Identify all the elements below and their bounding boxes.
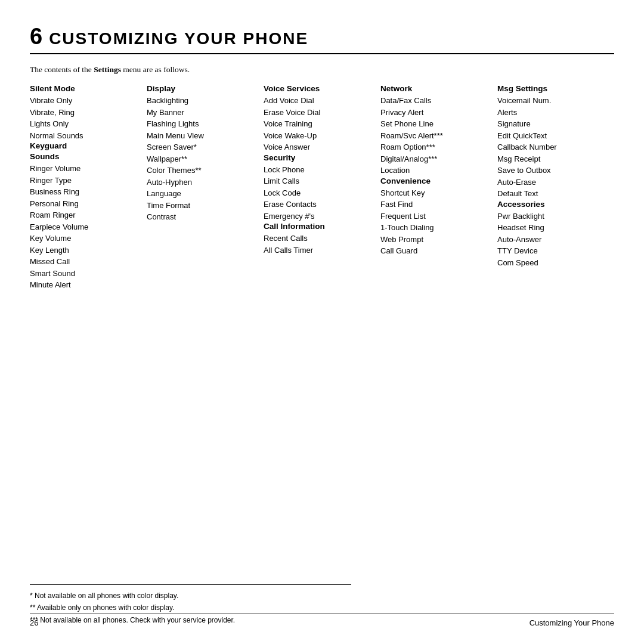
intro-paragraph: The contents of the Settings menu are as…	[30, 65, 614, 75]
item-time-format: Time Format	[147, 200, 258, 212]
item-lock-code: Lock Code	[264, 187, 374, 199]
footnote-1: * Not available on all phones with color…	[30, 590, 614, 602]
intro-bold: Settings	[94, 65, 121, 74]
item-roam-option: Roam Option***	[380, 141, 491, 153]
item-auto-answer: Auto-Answer	[497, 234, 608, 246]
item-frequent-list: Frequent List	[380, 210, 491, 222]
item-language: Language	[147, 188, 258, 200]
item-ringer-volume: Ringer Volume	[30, 163, 141, 175]
item-fast-find: Fast Find	[380, 199, 491, 210]
section-sounds: Sounds Ringer Volume Ringer Type Busines…	[30, 152, 141, 291]
item-set-phone-line: Set Phone Line	[380, 118, 491, 130]
chapter-header: 6Customizing Your Phone	[30, 24, 614, 65]
item-add-voice-dial: Add Voice Dial	[264, 95, 374, 107]
item-key-volume: Key Volume	[30, 233, 141, 244]
item-main-menu-view: Main Menu View	[147, 130, 258, 142]
item-1-touch-dialing: 1-Touch Dialing	[380, 222, 491, 234]
item-ringer-type: Ringer Type	[30, 175, 141, 187]
item-wallpaper: Wallpaper**	[147, 153, 258, 165]
item-minute-alert: Minute Alert	[30, 279, 141, 291]
section-silent-mode: Silent Mode Vibrate Only Vibrate, Ring L…	[30, 84, 141, 141]
item-backlighting: Backlighting	[147, 95, 258, 107]
page-footer: 26 Customizing Your Phone	[30, 618, 614, 627]
item-key-length: Key Length	[30, 244, 141, 256]
item-save-to-outbox: Save to Outbox	[497, 165, 608, 177]
item-color-themes: Color Themes**	[147, 165, 258, 177]
item-callback-number: Callback Number	[497, 141, 608, 153]
item-data-fax-calls: Data/Fax Calls	[380, 95, 491, 107]
section-convenience: Convenience Shortcut Key Fast Find Frequ…	[380, 177, 491, 257]
column-voice-security: Voice Services Add Voice Dial Erase Voic…	[264, 84, 380, 577]
section-call-information: Call Information Recent Calls All Calls …	[264, 222, 374, 256]
item-tty-device: TTY Device	[497, 245, 608, 257]
item-auto-hyphen: Auto-Hyphen	[147, 177, 258, 188]
footer-rule	[30, 614, 614, 614]
item-headset-ring: Headset Ring	[497, 222, 608, 234]
intro-before: The contents of the	[30, 65, 94, 74]
section-msg-settings: Msg Settings Voicemail Num. Alerts Signa…	[497, 84, 608, 200]
bottom-rule	[30, 584, 351, 585]
section-display: Display Backlighting My Banner Flashing …	[147, 84, 258, 223]
section-voice-services: Voice Services Add Voice Dial Erase Voic…	[264, 84, 374, 153]
item-flashing-lights: Flashing Lights	[147, 118, 258, 130]
heading-silent-mode: Silent Mode	[30, 84, 141, 93]
item-earpiece-volume: Earpiece Volume	[30, 221, 141, 233]
chapter-title-text: Customizing Your Phone	[49, 29, 308, 48]
item-emergency-numbers: Emergency #'s	[264, 210, 374, 222]
item-all-calls-timer: All Calls Timer	[264, 244, 374, 256]
top-rule	[30, 53, 614, 54]
heading-display: Display	[147, 84, 258, 93]
section-keyguard: Keyguard	[30, 141, 141, 150]
item-recent-calls: Recent Calls	[264, 233, 374, 244]
section-security: Security Lock Phone Limit Calls Lock Cod…	[264, 153, 374, 222]
heading-msg-settings: Msg Settings	[497, 84, 608, 93]
item-voicemail-num: Voicemail Num.	[497, 95, 608, 107]
item-digital-analog: Digital/Analog***	[380, 153, 491, 165]
item-personal-ring: Personal Ring	[30, 198, 141, 210]
chapter-title: 6Customizing Your Phone	[30, 24, 614, 49]
item-auto-erase: Auto-Erase	[497, 177, 608, 188]
item-vibrate-ring: Vibrate, Ring	[30, 107, 141, 119]
item-smart-sound: Smart Sound	[30, 268, 141, 280]
heading-accessories: Accessories	[497, 200, 608, 209]
item-my-banner: My Banner	[147, 107, 258, 119]
item-voice-answer: Voice Answer	[264, 141, 374, 153]
settings-columns: Silent Mode Vibrate Only Vibrate, Ring L…	[30, 84, 614, 577]
intro-after: menu are as follows.	[121, 65, 190, 74]
item-erase-voice-dial: Erase Voice Dial	[264, 107, 374, 119]
column-display: Display Backlighting My Banner Flashing …	[147, 84, 264, 577]
item-default-text: Default Text	[497, 188, 608, 200]
item-roam-svc-alert: Roam/Svc Alert***	[380, 130, 491, 142]
item-business-ring: Business Ring	[30, 186, 141, 198]
item-voice-training: Voice Training	[264, 118, 374, 130]
item-msg-receipt: Msg Receipt	[497, 153, 608, 165]
item-limit-calls: Limit Calls	[264, 175, 374, 187]
item-pwr-backlight: Pwr Backlight	[497, 210, 608, 222]
item-privacy-alert: Privacy Alert	[380, 107, 491, 119]
section-accessories: Accessories Pwr Backlight Headset Ring A…	[497, 200, 608, 269]
item-roam-ringer: Roam Ringer	[30, 209, 141, 221]
column-network-convenience: Network Data/Fax Calls Privacy Alert Set…	[380, 84, 497, 577]
footer-label: Customizing Your Phone	[530, 618, 614, 627]
heading-keyguard: Keyguard	[30, 141, 141, 150]
item-lights-only: Lights Only	[30, 118, 141, 130]
item-web-prompt: Web Prompt	[380, 234, 491, 246]
column-msg-accessories: Msg Settings Voicemail Num. Alerts Signa…	[497, 84, 614, 577]
heading-call-information: Call Information	[264, 222, 374, 231]
column-silent-sounds: Silent Mode Vibrate Only Vibrate, Ring L…	[30, 84, 147, 577]
page: 6Customizing Your Phone The contents of …	[0, 0, 644, 644]
item-missed-call: Missed Call	[30, 256, 141, 268]
item-call-guard: Call Guard	[380, 245, 491, 257]
item-shortcut-key: Shortcut Key	[380, 187, 491, 199]
item-normal-sounds: Normal Sounds	[30, 130, 141, 142]
item-screen-saver: Screen Saver*	[147, 141, 258, 153]
item-erase-contacts: Erase Contacts	[264, 199, 374, 210]
item-signature: Signature	[497, 118, 608, 130]
footnote-2: ** Available only on phones with color d…	[30, 602, 614, 614]
item-location: Location	[380, 165, 491, 177]
item-contrast: Contrast	[147, 211, 258, 223]
item-alerts: Alerts	[497, 107, 608, 119]
heading-convenience: Convenience	[380, 177, 491, 185]
chapter-number: 6	[30, 24, 43, 49]
heading-voice-services: Voice Services	[264, 84, 374, 93]
